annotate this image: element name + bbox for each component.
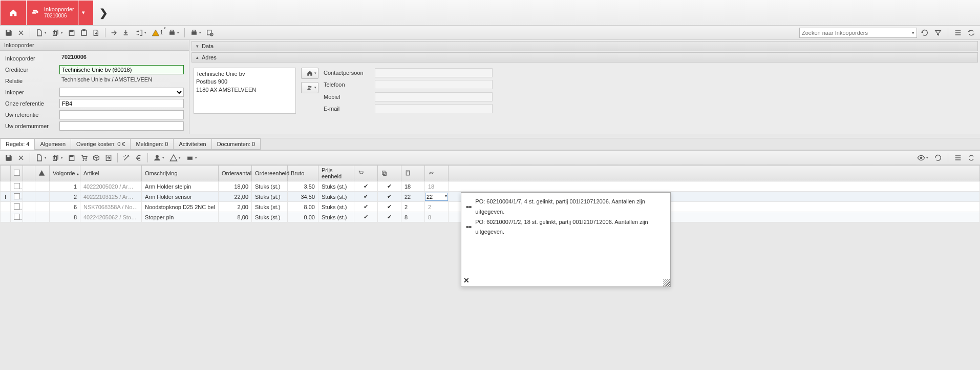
svg-rect-1 (82, 29, 85, 31)
detail-tabs: Regels: 4 Algemeen Overige kosten: 0 € M… (0, 138, 980, 150)
paste-button[interactable] (66, 27, 77, 38)
crediteur-field[interactable] (59, 65, 184, 74)
tab-dropdown[interactable]: ▾ (78, 1, 88, 25)
line-refresh-button[interactable] (932, 152, 944, 163)
tab-meldingen[interactable]: Meldingen: 0 (130, 138, 174, 150)
telefoon-field[interactable] (375, 80, 493, 89)
tab-documenten[interactable]: Documenten: 0 (211, 138, 261, 150)
sync-button[interactable] (966, 27, 977, 38)
col-prijseenheid[interactable]: Prijs eenheid (318, 166, 354, 181)
refresh-button[interactable] (919, 27, 930, 38)
line-warn-button[interactable] (167, 152, 183, 163)
send-button[interactable] (109, 27, 120, 38)
popup-line-1: PO: 60210004/1/7, 4 st. gelinkt, partij … (475, 197, 666, 217)
data-section-header[interactable]: ▾ Data (191, 41, 978, 51)
col-omschrijving[interactable]: Omschrijving (142, 166, 219, 181)
chevron-down-icon: ▾ (196, 44, 199, 49)
save-button[interactable] (3, 27, 14, 38)
chevron-right-icon[interactable]: ❯ (99, 7, 108, 19)
process-button[interactable] (133, 27, 148, 38)
copy-button[interactable] (50, 27, 65, 38)
col-bruto[interactable]: Bruto (288, 166, 318, 181)
svg-point-8 (308, 86, 310, 88)
col-orderaantal[interactable]: Orderaantal (219, 166, 252, 181)
email-field[interactable] (375, 104, 493, 113)
mobiel-label: Mobiel (324, 94, 370, 100)
adres-section-header[interactable]: ▴ Adres (191, 52, 978, 63)
col-checkbox[interactable] (11, 166, 23, 181)
main-toolbar: 1 ▾ (0, 26, 980, 40)
line-save-button[interactable] (3, 152, 14, 163)
line-cart-button[interactable] (78, 152, 90, 163)
adres-contacts-button[interactable] (301, 82, 318, 93)
line-new-button[interactable] (33, 152, 49, 163)
line-user-button[interactable] (151, 152, 166, 163)
filter-button[interactable] (932, 27, 944, 38)
row-checkbox[interactable] (14, 203, 20, 210)
line-export-button[interactable] (103, 152, 114, 163)
clipboard-button[interactable] (78, 27, 90, 38)
uwref-field[interactable] (59, 110, 184, 119)
search-input[interactable] (802, 30, 912, 36)
row-checkbox[interactable] (14, 183, 20, 189)
line-wand-button[interactable] (121, 152, 132, 163)
line-view-button[interactable] (915, 152, 930, 163)
col-receipt-icon[interactable] (401, 166, 425, 181)
adres-textarea[interactable]: Technische Unie bv Postbus 900 1180 AX A… (194, 68, 296, 114)
svg-rect-14 (187, 157, 192, 159)
line-euro-button[interactable] (133, 152, 144, 163)
check-icon: ✔ (354, 212, 378, 222)
svg-point-10 (83, 159, 84, 160)
adres-home-button[interactable] (301, 68, 318, 79)
left-panel-header: Inkooporder (0, 40, 189, 51)
row-checkbox[interactable] (14, 214, 20, 220)
tab-algemeen[interactable]: Algemeen (34, 138, 71, 150)
svg-rect-5 (193, 30, 195, 31)
delete-button[interactable] (15, 27, 27, 38)
tab-regels[interactable]: Regels: 4 (0, 138, 35, 150)
col-copy-icon[interactable] (378, 166, 401, 181)
line-print-button[interactable] (184, 152, 199, 163)
new-button[interactable] (33, 27, 49, 38)
uword-field[interactable] (59, 121, 184, 131)
line-delete-button[interactable] (15, 152, 27, 163)
search-dropdown[interactable]: ▾ (912, 30, 914, 35)
main-area: Inkooporder Inkooporder 70210006 Credite… (0, 40, 980, 134)
left-panel: Inkooporder Inkooporder 70210006 Credite… (0, 40, 189, 134)
menu-button[interactable] (952, 27, 964, 38)
col-ordereenheid[interactable]: Ordereenheid (252, 166, 288, 181)
tab-activiteiten[interactable]: Activiteiten (173, 138, 211, 150)
search-box[interactable]: ▾ (799, 28, 917, 38)
col-volgorde[interactable]: Volgorde▴ (50, 166, 80, 181)
line-paste-button[interactable] (66, 152, 77, 163)
breadcrumb-tab[interactable]: Inkooporder 70210006 ▾ (27, 1, 93, 25)
print-button[interactable] (166, 27, 181, 38)
home-button[interactable] (1, 1, 26, 25)
print2-button[interactable] (188, 27, 203, 38)
col-cart-icon[interactable] (354, 166, 378, 181)
col-warn[interactable] (35, 166, 50, 181)
onzeref-field[interactable] (59, 99, 184, 108)
col-link-icon[interactable] (425, 166, 449, 181)
tab-overige[interactable]: Overige kosten: 0 € (71, 138, 131, 150)
line-menu-button[interactable] (952, 152, 964, 163)
svg-point-9 (310, 86, 312, 88)
line-sync-button[interactable] (966, 152, 977, 163)
relatie-value: Technische Unie bv / AMSTELVEEN (59, 76, 184, 86)
warnings-button[interactable]: 1 (150, 27, 165, 38)
table-row[interactable]: 1 40222005020 / Arm Hold... Arm Holder s… (1, 181, 980, 192)
contactpersoon-field[interactable] (375, 68, 493, 77)
line-copy-button[interactable] (50, 152, 65, 163)
preview-button[interactable] (204, 27, 216, 38)
crediteur-label: Crediteur (5, 67, 56, 73)
col-artikel[interactable]: Artikel (80, 166, 142, 181)
receive-button[interactable] (121, 27, 132, 38)
mobiel-field[interactable] (375, 92, 493, 101)
link-qty-input[interactable] (425, 193, 448, 201)
inkooporder-label: Inkooporder (5, 55, 56, 61)
line-box-button[interactable] (91, 152, 102, 163)
row-checkbox[interactable] (14, 193, 20, 199)
inkoper-select[interactable] (59, 88, 184, 97)
import-button[interactable] (91, 27, 102, 38)
check-icon: ✔ (354, 202, 378, 212)
